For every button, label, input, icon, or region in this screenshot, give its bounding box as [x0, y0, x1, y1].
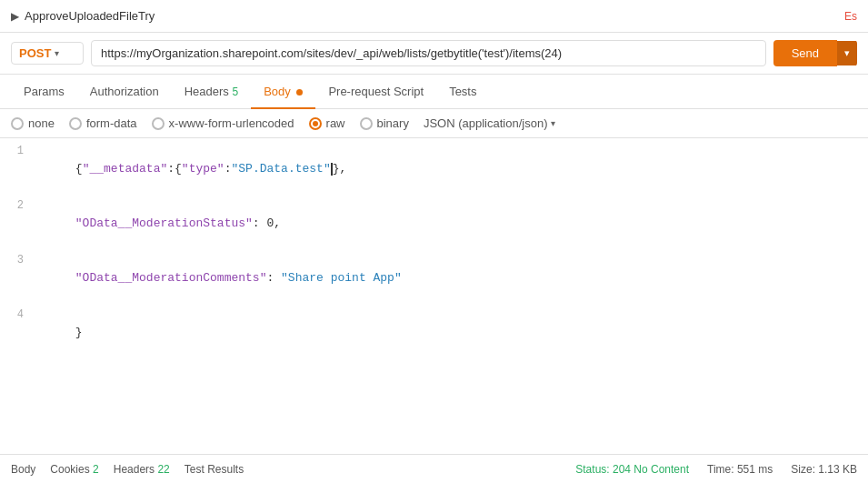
radio-raw[interactable]: [309, 117, 322, 130]
option-urlencoded[interactable]: x-www-form-urlencoded: [152, 116, 294, 130]
tab-params[interactable]: Params: [11, 75, 77, 109]
url-input[interactable]: [91, 40, 766, 66]
title-bar-right-text: Es: [844, 10, 857, 23]
status-info: Status: 204 No Content Time: 551 ms Size…: [575, 463, 857, 476]
line-number-2: 2: [0, 196, 33, 215]
line-number-3: 3: [0, 251, 33, 269]
radio-formdata[interactable]: [69, 117, 82, 130]
radio-binary[interactable]: [360, 117, 373, 130]
status-tab-testresults[interactable]: Test Results: [185, 463, 244, 476]
option-raw[interactable]: raw: [309, 116, 345, 130]
collapse-arrow-icon[interactable]: ▶: [11, 10, 19, 23]
tabs-bar: Params Authorization Headers 5 Body Pre-…: [0, 75, 868, 109]
code-line-3: 3 "OData__ModerationComments": "Share po…: [0, 251, 868, 306]
method-label: POST: [19, 46, 51, 60]
option-none[interactable]: none: [11, 116, 55, 130]
method-selector[interactable]: POST ▾: [11, 42, 84, 65]
body-options-bar: none form-data x-www-form-urlencoded raw…: [0, 109, 868, 138]
status-bar-tabs: Body Cookies 2 Headers 22 Test Results: [11, 463, 575, 476]
response-time: Time: 551 ms: [707, 463, 773, 476]
tab-body[interactable]: Body: [251, 75, 315, 109]
body-dot-indicator: [296, 89, 303, 96]
json-dropdown-icon: ▾: [551, 118, 555, 128]
radio-none[interactable]: [11, 117, 24, 130]
code-line-4: 4 }: [0, 306, 868, 360]
code-editor[interactable]: 1 {"__metadata":{"type":"SP.Data.test"},…: [0, 138, 868, 360]
code-line-2: 2 "OData__ModerationStatus": 0,: [0, 196, 868, 251]
send-button[interactable]: Send: [773, 40, 837, 66]
response-size: Size: 1.13 KB: [791, 463, 857, 476]
tab-headers[interactable]: Headers 5: [172, 75, 251, 109]
json-type-selector[interactable]: JSON (application/json) ▾: [424, 116, 556, 130]
tab-authorization[interactable]: Authorization: [77, 75, 172, 109]
option-formdata[interactable]: form-data: [69, 116, 137, 130]
status-code: Status: 204 No Content: [575, 463, 689, 476]
code-line-1: 1 {"__metadata":{"type":"SP.Data.test"},: [0, 142, 868, 196]
send-dropdown-button[interactable]: ▾: [837, 41, 857, 65]
status-tab-headers[interactable]: Headers 22: [114, 463, 170, 476]
tab-prerequest[interactable]: Pre-request Script: [315, 75, 436, 109]
url-bar: POST ▾ Send ▾: [0, 33, 868, 75]
radio-urlencoded[interactable]: [152, 117, 165, 130]
status-tab-cookies[interactable]: Cookies 2: [50, 463, 98, 476]
tab-tests[interactable]: Tests: [436, 75, 489, 109]
method-dropdown-icon: ▾: [55, 48, 59, 58]
option-binary[interactable]: binary: [360, 116, 409, 130]
status-bar: Body Cookies 2 Headers 22 Test Results S…: [0, 454, 868, 483]
send-button-container: Send ▾: [773, 40, 857, 66]
status-tab-body[interactable]: Body: [11, 463, 35, 476]
title-bar-left: ▶ ApproveUploadedFileTry: [11, 9, 844, 23]
line-number-4: 4: [0, 306, 33, 324]
request-title: ApproveUploadedFileTry: [25, 9, 155, 23]
line-number-1: 1: [0, 142, 33, 160]
title-bar: ▶ ApproveUploadedFileTry Es: [0, 0, 868, 33]
